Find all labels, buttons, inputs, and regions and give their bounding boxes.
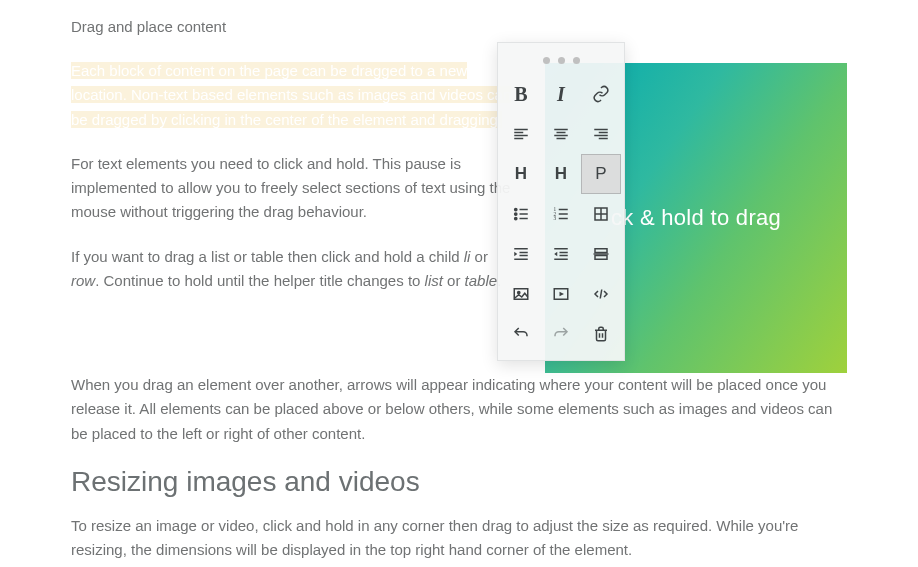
- align-left-button[interactable]: [501, 114, 541, 154]
- code-button[interactable]: [581, 274, 621, 314]
- tool-grid: B I H H P 123: [498, 74, 624, 354]
- bold-button[interactable]: B: [501, 74, 541, 114]
- bullet-list-icon: [512, 205, 530, 223]
- indent-icon: [512, 245, 530, 263]
- svg-point-14: [515, 217, 517, 219]
- svg-point-12: [515, 208, 517, 210]
- outdent-button[interactable]: [541, 234, 581, 274]
- svg-rect-36: [595, 256, 607, 260]
- paragraph-5[interactable]: To resize an image or video, click and h…: [71, 514, 847, 563]
- heading-button[interactable]: H: [501, 154, 541, 194]
- video-icon: [552, 285, 570, 303]
- subheading-button[interactable]: H: [541, 154, 581, 194]
- numbered-list-button[interactable]: 123: [541, 194, 581, 234]
- demo-image-caption: ck & hold to drag: [611, 205, 781, 231]
- code-icon: [592, 285, 610, 303]
- table-icon: [592, 205, 610, 223]
- link-icon: [592, 85, 610, 103]
- align-right-icon: [592, 125, 610, 143]
- toolbox-drag-handle[interactable]: [498, 51, 624, 74]
- undo-icon: [512, 325, 530, 343]
- outdent-icon: [552, 245, 570, 263]
- line-break-icon: [592, 245, 610, 263]
- after-row: When you drag an element over another, a…: [71, 373, 847, 562]
- redo-icon: [552, 325, 570, 343]
- svg-text:3: 3: [554, 215, 557, 221]
- video-button[interactable]: [541, 274, 581, 314]
- text-column: Each block of content on the page can be…: [71, 59, 517, 373]
- image-icon: [512, 285, 530, 303]
- paragraph-button[interactable]: P: [581, 154, 621, 194]
- align-center-icon: [552, 125, 570, 143]
- dot-icon: [558, 57, 565, 64]
- floating-toolbox[interactable]: B I H H P 123: [497, 42, 625, 361]
- redo-button[interactable]: [541, 314, 581, 354]
- numbered-list-icon: 123: [552, 205, 570, 223]
- paragraph-2[interactable]: For text elements you need to click and …: [71, 152, 517, 225]
- delete-button[interactable]: [581, 314, 621, 354]
- svg-marker-41: [560, 292, 565, 297]
- paragraph-1[interactable]: Each block of content on the page can be…: [71, 59, 517, 132]
- bullet-list-button[interactable]: [501, 194, 541, 234]
- intro-text: Drag and place content: [71, 18, 847, 35]
- indent-button[interactable]: [501, 234, 541, 274]
- selected-text[interactable]: Each block of content on the page can be…: [71, 62, 511, 128]
- body-row: Each block of content on the page can be…: [71, 59, 847, 373]
- table-button[interactable]: [581, 194, 621, 234]
- image-button[interactable]: [501, 274, 541, 314]
- dot-icon: [543, 57, 550, 64]
- trash-icon: [592, 325, 610, 343]
- section-heading: Resizing images and videos: [71, 466, 847, 498]
- svg-point-13: [515, 213, 517, 215]
- align-right-button[interactable]: [581, 114, 621, 154]
- dot-icon: [573, 57, 580, 64]
- paragraph-4[interactable]: When you drag an element over another, a…: [71, 373, 847, 446]
- undo-button[interactable]: [501, 314, 541, 354]
- align-center-button[interactable]: [541, 114, 581, 154]
- svg-line-42: [600, 290, 602, 299]
- paragraph-3[interactable]: If you want to drag a list or table then…: [71, 245, 517, 294]
- line-break-button[interactable]: [581, 234, 621, 274]
- svg-rect-35: [595, 249, 607, 253]
- link-button[interactable]: [581, 74, 621, 114]
- align-left-icon: [512, 125, 530, 143]
- italic-button[interactable]: I: [541, 74, 581, 114]
- svg-point-39: [518, 291, 520, 293]
- page: Drag and place content Each block of con…: [0, 0, 918, 562]
